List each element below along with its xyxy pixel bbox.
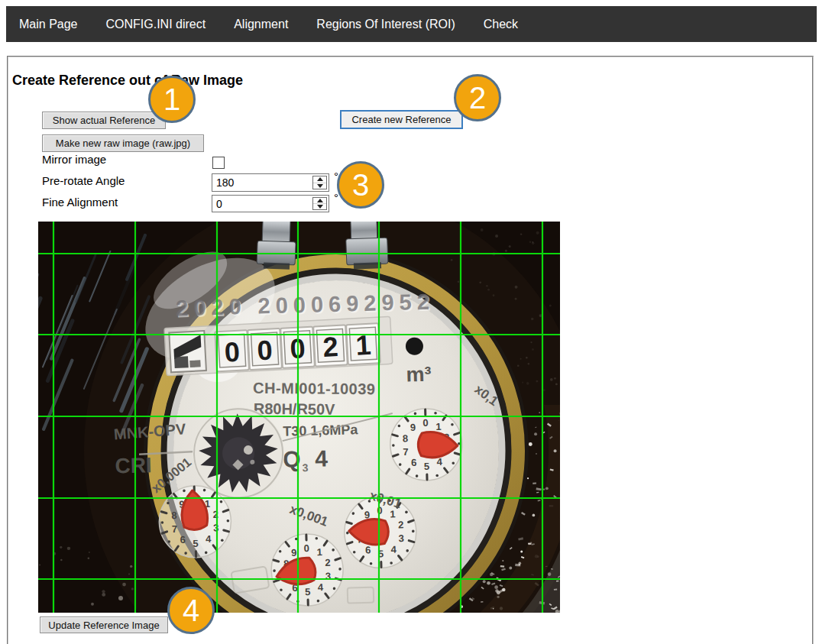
svg-text:2: 2 bbox=[398, 519, 404, 530]
fine-spinner bbox=[312, 197, 327, 210]
svg-text:4: 4 bbox=[315, 445, 329, 471]
svg-text:5: 5 bbox=[193, 538, 199, 549]
svg-text:0: 0 bbox=[257, 334, 274, 366]
mirror-image-label: Mirror image bbox=[42, 153, 106, 166]
svg-text:5: 5 bbox=[424, 461, 430, 472]
nav-item-config-ini-direct[interactable]: CONFIG.INI direct bbox=[106, 18, 206, 31]
svg-text:2: 2 bbox=[325, 557, 331, 568]
nav-item-main-page[interactable]: Main Page bbox=[19, 18, 78, 31]
svg-text:9: 9 bbox=[291, 547, 297, 558]
arrow-down-icon bbox=[317, 184, 323, 188]
svg-text:7: 7 bbox=[403, 446, 409, 458]
nav-item-regions-of-interest-roi-[interactable]: Regions Of Interest (ROI) bbox=[316, 18, 455, 31]
annotation-callout-1: 1 bbox=[148, 76, 196, 123]
svg-text:3: 3 bbox=[302, 461, 308, 474]
svg-text:3: 3 bbox=[398, 532, 404, 544]
show-actual-reference-button[interactable]: Show actual Reference bbox=[42, 112, 166, 129]
prerotate-angle-value: 180 bbox=[216, 174, 234, 191]
svg-text:0: 0 bbox=[422, 417, 429, 429]
arrow-up-icon bbox=[317, 177, 323, 181]
svg-text:2: 2 bbox=[322, 331, 338, 363]
svg-text:0: 0 bbox=[224, 336, 241, 368]
fine-alignment-value: 0 bbox=[216, 196, 222, 212]
fine-alignment-label: Fine Alignment bbox=[42, 196, 118, 209]
page-title: Create Reference out of Raw Image bbox=[12, 73, 243, 89]
svg-text:6: 6 bbox=[365, 544, 371, 555]
svg-text:8: 8 bbox=[171, 510, 177, 521]
nav-item-check[interactable]: Check bbox=[484, 18, 518, 31]
svg-text:5: 5 bbox=[305, 586, 311, 597]
counter-digit: 2 bbox=[313, 325, 348, 366]
create-new-reference-button[interactable]: Create new Reference bbox=[340, 110, 463, 129]
svg-text:R80H/R50V: R80H/R50V bbox=[254, 400, 336, 418]
svg-text:m³: m³ bbox=[406, 363, 432, 387]
mirror-image-checkbox[interactable] bbox=[212, 157, 225, 169]
prerotate-angle-label: Pre-rotate Angle bbox=[42, 174, 125, 187]
svg-text:8: 8 bbox=[403, 432, 409, 444]
svg-text:CRI: CRI bbox=[115, 453, 152, 477]
make-new-raw-image-button[interactable]: Make new raw image (raw.jpg) bbox=[42, 134, 204, 152]
svg-text:9: 9 bbox=[410, 422, 416, 433]
annotation-callout-2: 2 bbox=[454, 74, 501, 121]
svg-text:3: 3 bbox=[325, 571, 332, 582]
svg-text:1: 1 bbox=[316, 546, 322, 558]
spin-up-button[interactable] bbox=[313, 176, 326, 183]
svg-text:4: 4 bbox=[390, 544, 397, 555]
svg-text:0: 0 bbox=[304, 542, 310, 554]
svg-text:1: 1 bbox=[390, 508, 396, 519]
svg-text:6: 6 bbox=[180, 534, 186, 545]
annotation-callout-4: 4 bbox=[167, 587, 215, 634]
arrow-down-icon bbox=[317, 205, 323, 209]
prerotate-angle-input[interactable]: 180 bbox=[212, 173, 329, 192]
spin-up-button[interactable] bbox=[313, 198, 326, 204]
reference-image: 2020 20006929522020 200069295200021m³CH-… bbox=[38, 222, 560, 613]
prerotate-spinner bbox=[312, 176, 327, 189]
svg-text:4: 4 bbox=[206, 533, 212, 545]
svg-text:6: 6 bbox=[411, 457, 417, 468]
top-navbar: Main PageCONFIG.INI directAlignmentRegio… bbox=[6, 6, 817, 42]
svg-text:4: 4 bbox=[318, 581, 324, 593]
counter-digit: 1 bbox=[346, 323, 380, 364]
spin-down-button[interactable] bbox=[313, 204, 326, 209]
arrow-up-icon bbox=[317, 199, 323, 202]
page: Main PageCONFIG.INI directAlignmentRegio… bbox=[0, 0, 819, 644]
svg-text:3: 3 bbox=[213, 522, 219, 533]
svg-text:1: 1 bbox=[435, 421, 442, 432]
annotation-callout-3: 3 bbox=[337, 161, 384, 209]
svg-text:CH-MI001-10039: CH-MI001-10039 bbox=[253, 380, 376, 397]
fine-alignment-input[interactable]: 0 bbox=[212, 195, 329, 212]
spin-down-button[interactable] bbox=[313, 183, 326, 189]
svg-text:7: 7 bbox=[172, 523, 178, 535]
nav-item-alignment[interactable]: Alignment bbox=[234, 18, 288, 31]
update-reference-image-button[interactable]: Update Reference Image bbox=[40, 616, 168, 633]
counter-digit: 0 bbox=[215, 330, 249, 371]
